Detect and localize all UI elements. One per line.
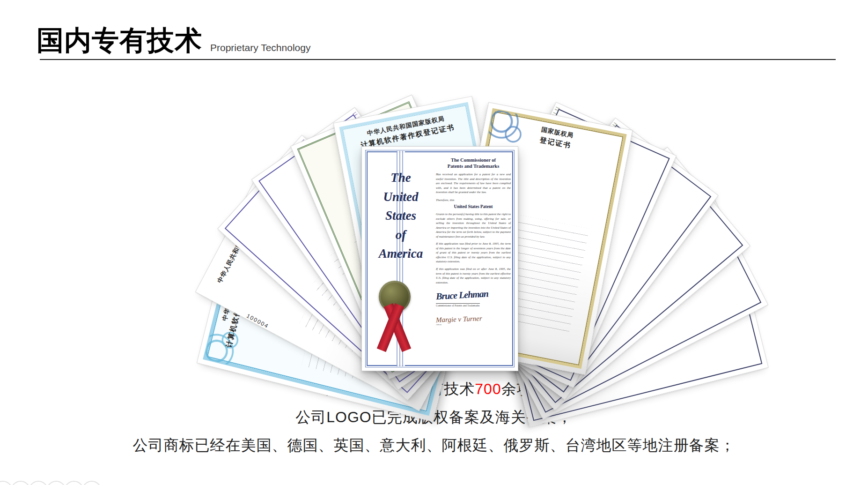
slide: 国内专有技术 Proprietary Technology 中华人民共和国计算机… [0, 0, 868, 485]
us-script-title: The United States of America [366, 168, 436, 263]
title-underline [40, 59, 836, 60]
bullet-text: 公司商标已经在美国、德国、英国、意大利、阿根廷、俄罗斯、台湾地区等地注册备案； [133, 437, 736, 454]
decorative-dot [46, 481, 66, 485]
decorative-dot [0, 481, 13, 485]
highlight-count: 700 [475, 381, 501, 397]
united-states-patent-heading: United States Patent [436, 204, 511, 209]
decorative-dot [82, 481, 102, 485]
page-subtitle: Proprietary Technology [210, 42, 310, 53]
patent-paragraph-4: If this application was filed on or afte… [436, 267, 511, 284]
us-patent-text-column: The Commissioner of Patents and Trademar… [436, 157, 511, 326]
bullet-line-3: 公司商标已经在美国、德国、英国、意大利、阿根廷、俄罗斯、台湾地区等地注册备案； [0, 431, 868, 459]
decorative-dot [11, 481, 30, 485]
attest-signature: Margie v Turner [436, 313, 511, 324]
patent-paragraph-3: If this application was filed prior to J… [436, 241, 511, 264]
commissioner-heading: The Commissioner of Patents and Trademar… [436, 157, 511, 169]
signature-caption: Commissioner of Patents and Trademarks [436, 303, 480, 307]
decorative-dot [64, 481, 84, 485]
therefore-line: Therefore, this [436, 198, 511, 201]
us-patent-certificate: The United States of America The Commiss… [361, 146, 518, 371]
decorative-dot [29, 481, 48, 485]
patent-paragraph-2: Grants to the person(s) having title to … [436, 212, 511, 239]
patent-paragraph-1: Has received an application for a patent… [436, 172, 511, 194]
page-title: 国内专有技术 [37, 22, 202, 59]
